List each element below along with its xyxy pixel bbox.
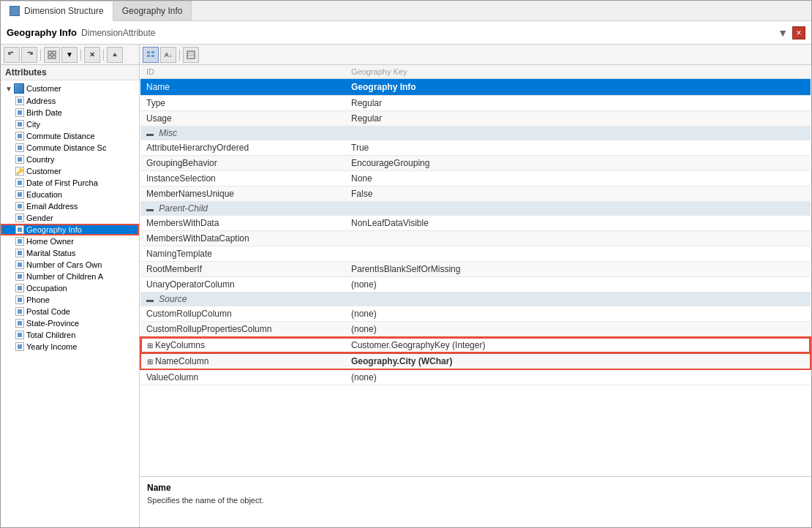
toolbar-delete-button[interactable]: ✕ bbox=[84, 47, 100, 63]
svg-rect-0 bbox=[48, 51, 51, 54]
svg-rect-8 bbox=[187, 51, 195, 59]
content-area: ▼ ✕ Attributes ▼ bbox=[1, 45, 811, 527]
col-header-value: Geography Key bbox=[345, 65, 811, 79]
marital-status-icon bbox=[15, 249, 24, 257]
tree-item-gender[interactable]: Gender bbox=[1, 212, 139, 224]
prop-name-column-name: ⊞NameColumn bbox=[140, 353, 345, 369]
table-row-naming-template[interactable]: NamingTemplate bbox=[140, 246, 811, 262]
prop-member-names-name: MemberNamesUnique bbox=[140, 186, 345, 202]
source-collapse-icon[interactable]: ▬ bbox=[146, 295, 154, 303]
toolbar-sep3 bbox=[103, 49, 104, 61]
toolbar-dropdown-button[interactable]: ▼ bbox=[61, 47, 78, 63]
props-categorized-btn[interactable] bbox=[143, 47, 159, 63]
table-section-misc: ▬ Misc bbox=[140, 127, 811, 140]
tree-item-postal-code[interactable]: Postal Code bbox=[1, 306, 139, 317]
table-row-members-data[interactable]: MembersWithData NonLeafDataVisible bbox=[140, 216, 811, 231]
tree-item-commute-distance-sc[interactable]: Commute Distance Sc bbox=[1, 142, 139, 154]
col-header-name: ID bbox=[140, 65, 345, 79]
phone-icon bbox=[15, 295, 24, 304]
tree-item-customer-child[interactable]: 🔑 Customer bbox=[1, 165, 139, 177]
tree-item-email-address[interactable]: Email Address bbox=[1, 200, 139, 212]
name-column-expand-icon[interactable]: ⊞ bbox=[147, 358, 153, 366]
tree-item-education[interactable]: Education bbox=[1, 189, 139, 200]
table-row-key-columns[interactable]: ⊞KeyColumns Customer.GeographyKey (Integ… bbox=[140, 337, 811, 353]
tab-bar: Dimension Structure Geography Info bbox=[1, 1, 811, 21]
svg-rect-6 bbox=[147, 55, 150, 57]
table-row-grouping[interactable]: GroupingBehavior EncourageGrouping bbox=[140, 156, 811, 171]
parent-child-collapse-icon[interactable]: ▬ bbox=[146, 205, 154, 213]
properties-table: ID Geography Key Name Geography Info bbox=[140, 65, 811, 385]
table-row-custom-rollup-props[interactable]: CustomRollupPropertiesColumn (none) bbox=[140, 322, 811, 338]
table-row-unary-op[interactable]: UnaryOperatorColumn (none) bbox=[140, 277, 811, 293]
tree-item-date-first-purchase[interactable]: Date of First Purcha bbox=[1, 177, 139, 189]
tree-item-num-children[interactable]: Number of Children A bbox=[1, 271, 139, 282]
table-row-members-data-caption[interactable]: MembersWithDataCaption bbox=[140, 231, 811, 246]
address-icon bbox=[15, 97, 24, 105]
tree-item-occupation[interactable]: Occupation bbox=[1, 282, 139, 294]
prop-attr-hierarchy-value: True bbox=[345, 140, 811, 156]
tree-item-geography-info[interactable]: Geography Info bbox=[1, 224, 139, 235]
tree-item-num-cars[interactable]: Number of Cars Own bbox=[1, 259, 139, 271]
tab-dimension-structure[interactable]: Dimension Structure bbox=[1, 1, 113, 21]
city-label: City bbox=[26, 120, 40, 129]
tree-item-birth-date[interactable]: Birth Date bbox=[1, 107, 139, 118]
state-province-label: State-Province bbox=[26, 319, 79, 328]
props-toolbar: A↓ bbox=[140, 45, 811, 65]
tree-item-customer-root[interactable]: ▼ Customer bbox=[1, 82, 139, 95]
table-row-name-column[interactable]: ⊞NameColumn Geography.City (WChar) bbox=[140, 353, 811, 369]
geography-info-label: Geography Info bbox=[26, 225, 82, 234]
yearly-income-icon bbox=[15, 342, 24, 351]
table-row-value-column[interactable]: ValueColumn (none) bbox=[140, 369, 811, 385]
table-row-name[interactable]: Name Geography Info bbox=[140, 79, 811, 96]
tree-toggle-customer[interactable]: ▼ bbox=[4, 83, 14, 94]
education-label: Education bbox=[26, 190, 62, 199]
tab-properties[interactable]: Geography Info bbox=[113, 1, 192, 20]
table-row-custom-rollup[interactable]: CustomRollupColumn (none) bbox=[140, 306, 811, 322]
key-columns-expand-icon[interactable]: ⊞ bbox=[147, 342, 153, 350]
misc-collapse-icon[interactable]: ▬ bbox=[146, 129, 154, 137]
table-row-type[interactable]: Type Regular bbox=[140, 96, 811, 111]
num-cars-icon bbox=[15, 260, 24, 269]
tree-item-yearly-income[interactable]: Yearly Income bbox=[1, 341, 139, 352]
props-pages-btn[interactable] bbox=[183, 47, 199, 63]
props-alpha-btn[interactable]: A↓ bbox=[160, 47, 176, 63]
table-row-member-names[interactable]: MemberNamesUnique False bbox=[140, 186, 811, 202]
prop-name-value: Geography Info bbox=[345, 79, 811, 96]
tab-label: Dimension Structure bbox=[24, 6, 104, 16]
tree-item-home-owner[interactable]: Home Owner bbox=[1, 235, 139, 247]
tree-item-city[interactable]: City bbox=[1, 118, 139, 130]
date-first-purchase-icon bbox=[15, 178, 24, 187]
prop-usage-name: Usage bbox=[140, 111, 345, 127]
tree-item-country[interactable]: Country bbox=[1, 154, 139, 165]
toolbar-grid-button[interactable] bbox=[44, 47, 60, 63]
prop-instance-value: None bbox=[345, 171, 811, 186]
properties-table-scroll[interactable]: ID Geography Key Name Geography Info bbox=[140, 65, 811, 476]
tree-item-phone[interactable]: Phone bbox=[1, 294, 139, 306]
table-row-instance[interactable]: InstanceSelection None bbox=[140, 171, 811, 186]
toolbar-redo-button[interactable] bbox=[21, 47, 37, 63]
properties-dropdown[interactable]: ▼ bbox=[778, 27, 788, 39]
tree-item-state-province[interactable]: State-Province bbox=[1, 317, 139, 329]
prop-unary-op-name: UnaryOperatorColumn bbox=[140, 277, 345, 293]
prop-members-data-name: MembersWithData bbox=[140, 216, 345, 231]
tree-item-commute-distance[interactable]: Commute Distance bbox=[1, 130, 139, 142]
total-children-label: Total Children bbox=[26, 331, 75, 339]
prop-naming-template-value bbox=[345, 246, 811, 262]
tree-area[interactable]: ▼ Customer Address Birth Date bbox=[1, 80, 139, 527]
toolbar-undo-button[interactable] bbox=[4, 47, 20, 63]
properties-titlebar: Geography Info DimensionAttribute ▼ × bbox=[1, 21, 811, 45]
customer-root-label: Customer bbox=[26, 84, 61, 93]
properties-tab-label: Geography Info bbox=[122, 6, 183, 16]
tree-item-address[interactable]: Address bbox=[1, 95, 139, 107]
properties-close-button[interactable]: × bbox=[792, 26, 805, 39]
toolbar-move-up-button[interactable] bbox=[107, 47, 123, 63]
state-province-icon bbox=[15, 319, 24, 328]
tree-item-marital-status[interactable]: Marital Status bbox=[1, 247, 139, 259]
table-row-usage[interactable]: Usage Regular bbox=[140, 111, 811, 127]
description-title: Name bbox=[147, 483, 804, 493]
num-children-label: Number of Children A bbox=[26, 272, 103, 281]
tree-item-total-children[interactable]: Total Children bbox=[1, 329, 139, 341]
table-row-attr-hierarchy[interactable]: AttributeHierarchyOrdered True bbox=[140, 140, 811, 156]
table-row-root-member[interactable]: RootMemberIf ParentIsBlankSelfOrMissing bbox=[140, 262, 811, 277]
svg-rect-1 bbox=[53, 51, 56, 54]
